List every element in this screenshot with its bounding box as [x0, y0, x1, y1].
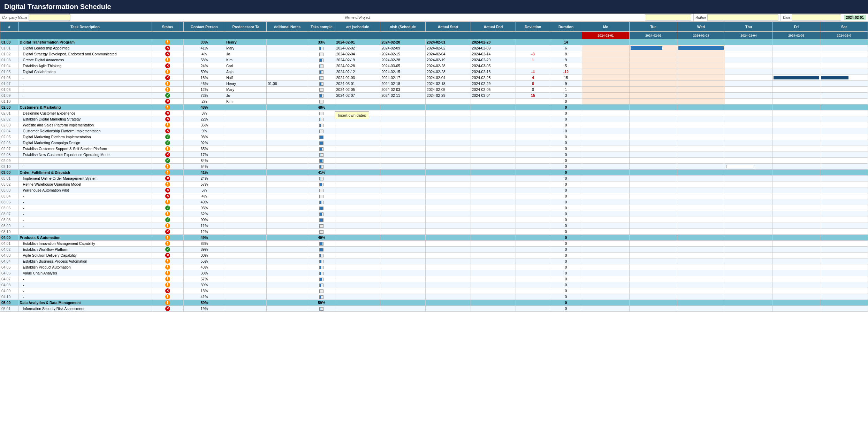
task-gantt-3: [677, 187, 725, 193]
mini-bar-icon: [319, 147, 323, 151]
deviation-cell: [516, 276, 550, 282]
task-actual-end: [471, 241, 516, 247]
task-gantt-1: [582, 176, 630, 181]
task-gantt-3: [677, 176, 725, 181]
task-gantt-6: [820, 51, 868, 57]
task-gantt-4: [725, 205, 772, 211]
task-gantt-5: [772, 205, 820, 211]
task-gantt-6: [820, 93, 868, 99]
task-name: Digital Marketing Campaign Design: [18, 140, 152, 146]
task-gantt-2: [630, 122, 677, 128]
task-sched-start: [335, 140, 380, 146]
section-row: 05.00 Data Analytics & Data Management !…: [0, 300, 868, 306]
task-duration: 0: [550, 134, 582, 140]
section-name: Digital Transformation Program: [18, 39, 152, 45]
task-gantt-2: [630, 45, 677, 51]
col-sched-end: nish (Schedule: [380, 22, 426, 32]
task-gantt-2: [630, 152, 677, 158]
gantt-date-5: 2024-02-05: [772, 32, 820, 39]
task-actual-end: [471, 205, 516, 211]
task-id: 02.09: [0, 158, 19, 164]
task-gantt-5: [772, 158, 820, 164]
task-actual-start: [425, 128, 471, 134]
task-gantt-2: [630, 199, 677, 205]
deviation-cell: 4: [516, 75, 550, 81]
col-num: #: [0, 22, 19, 32]
task-sched-start: [335, 152, 380, 158]
task-gantt-3: [677, 128, 725, 134]
task-sched-start: [335, 158, 380, 164]
task-gantt-1: [582, 199, 630, 205]
company-input[interactable]: [29, 14, 70, 21]
task-actual-start: [425, 229, 471, 235]
author-input[interactable]: [707, 14, 778, 21]
page-title: Digital Transformation Schedule: [4, 3, 111, 10]
date-input[interactable]: [792, 14, 841, 21]
task-duration: 0: [550, 187, 582, 193]
task-row: 03.08 - ✓ 90% 0: [0, 217, 868, 223]
deviation-cell: [516, 140, 550, 146]
task-id: 04.05: [0, 264, 19, 270]
task-contact: [225, 258, 267, 264]
task-gantt-3: [677, 294, 725, 300]
task-pct-text: 30%: [183, 253, 225, 258]
project-label: Name of Project: [72, 16, 644, 20]
task-actual-end: [471, 134, 516, 140]
task-pred: [267, 45, 308, 51]
task-sched-start: [335, 253, 380, 258]
section-row: 04.00 Products & Automation ! 49% 49% 0: [0, 235, 868, 241]
task-gantt-5: [772, 122, 820, 128]
task-contact: [225, 199, 267, 205]
deviation-cell: [516, 158, 550, 164]
deviation-cell: [516, 258, 550, 264]
task-name: Implement Online Order Management System: [18, 176, 152, 181]
task-duration: 0: [550, 229, 582, 235]
gantt-date-3: 2024-02-03: [677, 32, 725, 39]
task-sched-start: [335, 241, 380, 247]
status-icon-orange: !: [165, 241, 170, 246]
task-id: 04.08: [0, 282, 19, 288]
task-row: 01.06 - ✕ 16% Naif 2024-02-03 2024-02-17…: [0, 75, 868, 81]
deviation-value: -4: [531, 70, 534, 74]
task-sched-start: 2024-02-02: [335, 45, 380, 51]
task-pct-text: 41%: [183, 45, 225, 51]
task-actual-start: [425, 110, 471, 116]
deviation-cell: 0: [516, 87, 550, 93]
task-gantt-5: [772, 57, 820, 63]
mini-bar-icon: [319, 266, 323, 269]
task-notes: [308, 146, 335, 152]
task-actual-start: [425, 264, 471, 270]
task-gantt-3: [677, 181, 725, 187]
status-icon-orange: !: [165, 271, 170, 276]
task-actual-start: 2024-02-29: [425, 93, 471, 99]
task-gantt-4: [725, 229, 772, 235]
task-sched-end: 2024-03-05: [380, 63, 426, 69]
task-gantt-5: [772, 128, 820, 134]
task-status: !: [152, 122, 183, 128]
task-gantt-2: [630, 69, 677, 75]
col-deviation: Deviation: [516, 22, 550, 32]
section-status: !: [152, 39, 183, 45]
task-gantt-5: [772, 164, 820, 170]
task-actual-end: [471, 128, 516, 134]
task-gantt-6: [820, 69, 868, 75]
task-gantt-2: [630, 258, 677, 264]
section-pct-text: 41%: [183, 170, 225, 176]
deviation-cell: 8: [516, 81, 550, 87]
task-gantt-4: [725, 164, 772, 170]
task-pct-text: 35%: [183, 122, 225, 128]
task-status: ✕: [152, 99, 183, 104]
task-notes: [308, 217, 335, 223]
task-name: Designing Customer Experience: [18, 110, 152, 116]
task-gantt-1: [582, 229, 630, 235]
task-contact: Kim: [225, 99, 267, 104]
task-gantt-4: [725, 152, 772, 158]
project-input[interactable]: [645, 14, 691, 21]
task-status: ✓: [152, 158, 183, 164]
task-id: 04.06: [0, 270, 19, 276]
task-row: 04.10 - ! 41% 0: [0, 294, 868, 300]
section-gantt-4: [725, 170, 772, 176]
task-name: Information Security Risk Assessment: [18, 306, 152, 312]
status-icon-orange: !: [165, 300, 170, 305]
task-gantt-6: [820, 193, 868, 199]
